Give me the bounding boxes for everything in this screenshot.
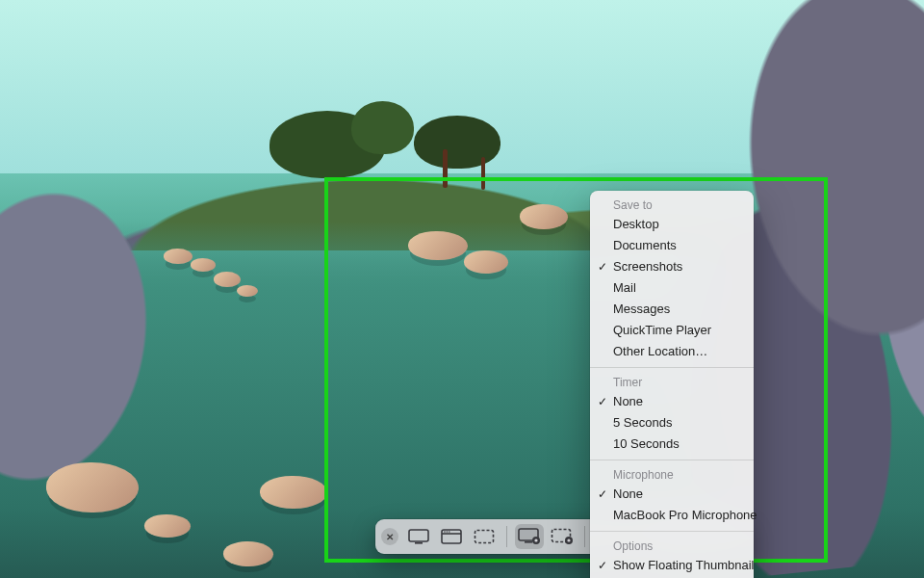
menu-item[interactable]: Mail: [590, 277, 754, 299]
record-selection-button[interactable]: [548, 524, 577, 549]
toolbar-separator: [506, 526, 507, 547]
svg-point-11: [534, 539, 537, 541]
capture-entire-screen-button[interactable]: [404, 524, 433, 549]
menu-item[interactable]: Documents: [590, 235, 754, 256]
toolbar-separator: [584, 526, 585, 547]
menu-divider: [590, 531, 754, 532]
svg-point-5: [447, 531, 449, 533]
capture-window-icon: [441, 529, 462, 544]
svg-rect-0: [409, 530, 428, 541]
capture-selection-button[interactable]: [470, 524, 499, 549]
svg-rect-7: [475, 531, 494, 543]
menu-item[interactable]: Screenshots: [590, 256, 754, 277]
record-entire-screen-icon: [518, 528, 541, 545]
menu-item[interactable]: Messages: [590, 299, 754, 320]
menu-item[interactable]: None: [590, 391, 754, 412]
menu-item[interactable]: QuickTime Player: [590, 320, 754, 341]
menu-divider: [590, 367, 754, 368]
menu-section-microphone: Microphone: [590, 465, 754, 484]
menu-item[interactable]: Other Location…: [590, 341, 754, 362]
record-entire-screen-button[interactable]: [515, 524, 544, 549]
menu-item[interactable]: None: [590, 484, 754, 505]
svg-rect-1: [415, 542, 423, 544]
svg-point-4: [444, 531, 446, 533]
menu-item[interactable]: Desktop: [590, 214, 754, 235]
menu-section-save-to: Save to: [590, 196, 754, 214]
menu-item[interactable]: 10 Seconds: [590, 434, 754, 455]
svg-rect-9: [525, 541, 532, 543]
close-icon[interactable]: ✕: [381, 528, 398, 545]
record-selection-icon: [551, 528, 574, 545]
menu-item[interactable]: Show Floating Thumbnail: [590, 555, 754, 576]
menu-item[interactable]: 5 Seconds: [590, 412, 754, 434]
capture-selection-icon: [474, 529, 495, 544]
svg-point-6: [449, 531, 450, 533]
menu-section-options: Options: [590, 537, 754, 555]
capture-window-button[interactable]: [437, 524, 466, 549]
svg-point-14: [567, 539, 570, 541]
capture-entire-screen-icon: [408, 529, 429, 544]
options-menu: Save to DesktopDocumentsScreenshotsMailM…: [590, 191, 754, 578]
menu-section-timer: Timer: [590, 373, 754, 391]
menu-divider: [590, 460, 754, 460]
menu-item[interactable]: MacBook Pro Microphone: [590, 505, 754, 526]
